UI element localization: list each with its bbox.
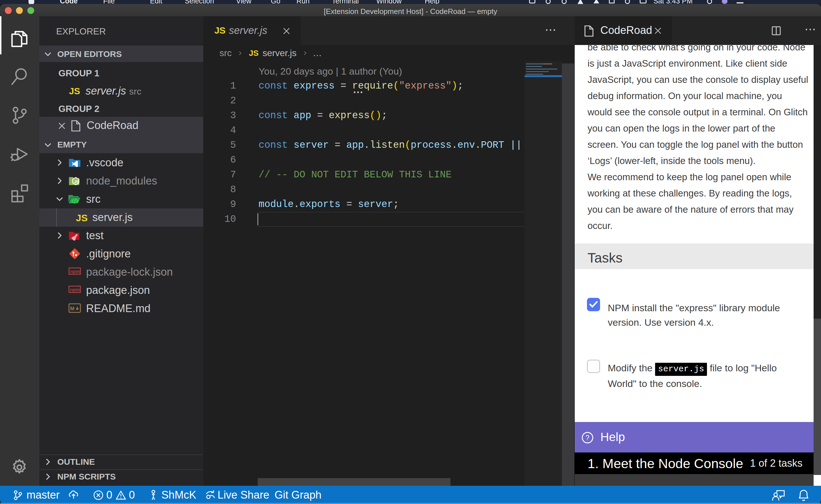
svg-text:npm: npm — [70, 287, 80, 292]
svg-text:?: ? — [585, 434, 589, 442]
svg-text:JS: JS — [74, 179, 79, 184]
svg-text:npm: npm — [70, 269, 80, 274]
svg-text:M: M — [70, 306, 74, 312]
